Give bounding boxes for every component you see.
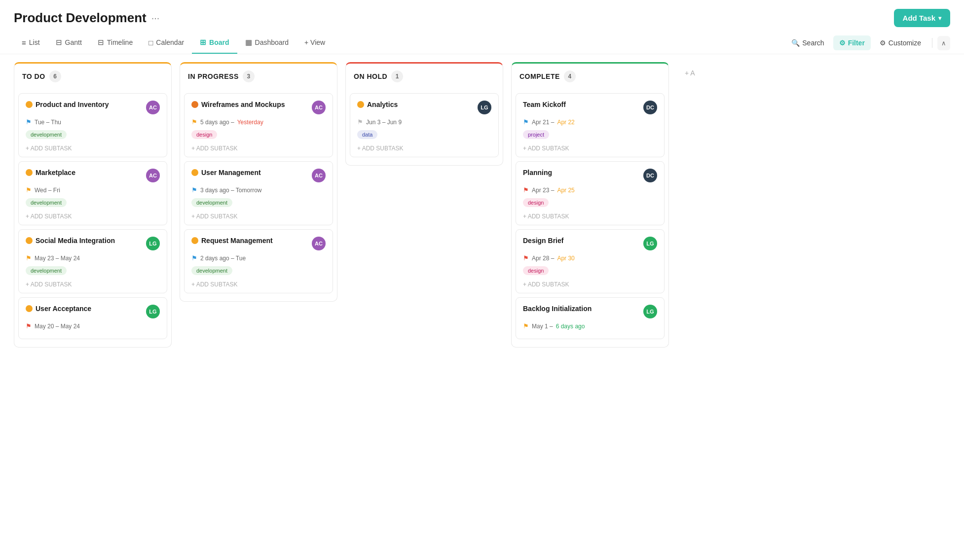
task-header: Team Kickoff DC [523,101,657,114]
timeline-icon: ⊟ [98,38,104,47]
task-title-row: Backlog Initialization [523,305,592,313]
task-title: Backlog Initialization [523,305,592,313]
add-subtask-button[interactable]: + ADD SUBTASK [191,213,326,220]
task-tag: data [357,130,491,143]
column-count: 1 [391,70,403,82]
task-title: Team Kickoff [523,101,566,108]
task-title-row: Team Kickoff [523,101,566,108]
avatar: DC [643,101,657,114]
add-subtask-button[interactable]: + ADD SUBTASK [357,145,491,152]
customize-button[interactable]: ⚙ Customize [874,35,927,50]
avatar: AC [312,101,326,114]
task-tag: development [191,198,326,211]
task-title: Social Media Integration [36,237,115,245]
task-date: ⚑ Jun 3 – Jun 9 [357,118,491,126]
column-count: 6 [49,70,61,82]
avatar: LG [146,305,160,318]
column-title: TO DO [22,72,45,80]
add-subtask-button[interactable]: + ADD SUBTASK [523,145,657,152]
nav-right: 🔍 Search ⚙ Filter ⚙ Customize ∧ [785,35,950,50]
column-title: COMPLETE [519,72,560,80]
task-header: Design Brief LG [523,237,657,250]
tab-gantt[interactable]: ⊟ Gantt [48,32,90,54]
avatar: LG [146,237,160,250]
task-card[interactable]: Analytics LG ⚑ Jun 3 – Jun 9 data + ADD … [350,93,499,157]
task-header: Analytics LG [357,101,491,114]
tab-calendar[interactable]: □ Calendar [141,33,192,54]
status-dot [26,305,33,312]
filter-icon: ⚙ [839,39,846,47]
task-card[interactable]: User Management AC ⚑ 3 days ago – Tomorr… [184,161,333,225]
task-title-row: Marketplace [26,169,75,176]
task-title: Product and Inventory [36,101,109,108]
column-todo: TO DO 6 Product and Inventory AC ⚑ Tue –… [14,62,172,348]
flag-icon: ⚑ [523,254,529,262]
task-title-row: Planning [523,169,552,176]
status-dot [26,101,33,108]
task-title: Analytics [367,101,398,108]
task-card[interactable]: Product and Inventory AC ⚑ Tue – Thu dev… [18,93,167,157]
tab-list[interactable]: ≡ List [14,33,48,54]
task-title-row: Request Management [191,237,273,245]
task-tag: design [191,130,326,143]
task-header: Marketplace AC [26,169,160,182]
task-card[interactable]: Design Brief LG ⚑ Apr 28 – Apr 30 design… [516,229,665,293]
add-task-button[interactable]: Add Task ▾ [894,9,950,27]
add-subtask-button[interactable]: + ADD SUBTASK [523,213,657,220]
add-column-button[interactable]: + A [677,62,703,84]
page-title: Product Development [14,10,147,26]
avatar: LG [478,101,491,114]
tab-add-view[interactable]: + View [297,33,333,53]
add-subtask-button[interactable]: + ADD SUBTASK [523,281,657,288]
task-card[interactable]: User Acceptance LG ⚑ May 20 – May 24 [18,297,167,339]
task-tag: development [26,130,160,143]
status-dot [26,237,33,244]
nav-divider [932,38,932,48]
task-card[interactable]: Wireframes and Mockups AC ⚑ 5 days ago –… [184,93,333,157]
task-card[interactable]: Request Management AC ⚑ 2 days ago – Tue… [184,229,333,293]
task-title: Design Brief [523,237,563,245]
task-tag: design [523,266,657,279]
flag-icon: ⚑ [26,254,32,262]
column-title-group: IN PROGRESS 3 [188,70,255,82]
column-header-onhold: ON HOLD 1 [345,62,503,89]
add-subtask-button[interactable]: + ADD SUBTASK [191,281,326,288]
filter-button[interactable]: ⚙ Filter [833,35,871,50]
task-card[interactable]: Marketplace AC ⚑ Wed – Fri development +… [18,161,167,225]
task-card[interactable]: Backlog Initialization LG ⚑ May 1 – 6 da… [516,297,665,339]
task-title-row: Wireframes and Mockups [191,101,285,108]
column-header-complete: COMPLETE 4 [511,62,669,89]
add-subtask-button[interactable]: + ADD SUBTASK [26,145,160,152]
task-title: Request Management [201,237,273,245]
search-button[interactable]: 🔍 Search [785,35,830,50]
task-tag: development [26,266,160,279]
add-subtask-button[interactable]: + ADD SUBTASK [26,281,160,288]
collapse-button[interactable]: ∧ [937,36,950,50]
tab-board[interactable]: ⊞ Board [192,32,237,54]
task-title-row: Design Brief [523,237,563,245]
column-inprogress: IN PROGRESS 3 Wireframes and Mockups AC … [180,62,337,302]
column-title-group: ON HOLD 1 [354,70,403,82]
task-card[interactable]: Team Kickoff DC ⚑ Apr 21 – Apr 22 projec… [516,93,665,157]
task-header: Request Management AC [191,237,326,250]
flag-icon: ⚑ [26,322,32,330]
gantt-icon: ⊟ [56,38,62,47]
avatar: LG [643,305,657,318]
task-date: ⚑ 3 days ago – Tomorrow [191,186,326,194]
task-header: Product and Inventory AC [26,101,160,114]
task-card[interactable]: Social Media Integration LG ⚑ May 23 – M… [18,229,167,293]
tab-timeline[interactable]: ⊟ Timeline [90,32,141,54]
more-options-icon[interactable]: ··· [151,12,160,24]
task-title: Planning [523,169,552,176]
avatar: LG [643,237,657,250]
search-icon: 🔍 [791,39,800,47]
flag-icon: ⚑ [26,118,32,126]
task-card[interactable]: Planning DC ⚑ Apr 23 – Apr 25 design + A… [516,161,665,225]
add-subtask-button[interactable]: + ADD SUBTASK [191,145,326,152]
add-subtask-button[interactable]: + ADD SUBTASK [26,213,160,220]
top-bar: Product Development ··· Add Task ▾ [0,0,964,32]
status-dot [191,101,198,108]
task-tag: development [191,266,326,279]
task-date: ⚑ Apr 23 – Apr 25 [523,186,657,194]
tab-dashboard[interactable]: ▦ Dashboard [237,32,297,54]
